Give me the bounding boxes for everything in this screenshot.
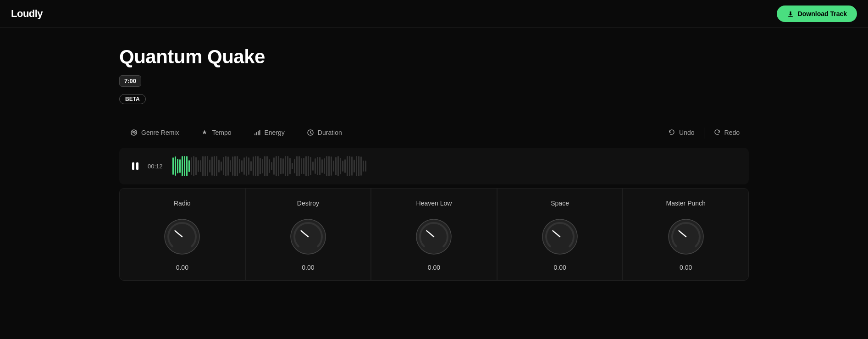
waveform-bar[interactable] xyxy=(227,156,229,176)
waveform-bar[interactable] xyxy=(308,156,309,176)
waveform-bar[interactable] xyxy=(218,160,220,172)
waveform-bar[interactable] xyxy=(305,156,307,176)
waveform-bar[interactable] xyxy=(188,160,190,172)
waveform-bar[interactable] xyxy=(310,157,311,175)
waveform-bar[interactable] xyxy=(207,156,208,176)
waveform-bar[interactable] xyxy=(289,158,291,174)
waveform-bar[interactable] xyxy=(299,156,300,176)
waveform-bar[interactable] xyxy=(184,156,185,176)
waveform-bar[interactable] xyxy=(193,156,194,176)
waveform-bar[interactable] xyxy=(285,156,286,176)
waveform-bar[interactable] xyxy=(214,156,215,176)
waveform-bar[interactable] xyxy=(257,156,259,176)
waveform-bar[interactable] xyxy=(248,157,249,174)
waveform-bar[interactable] xyxy=(209,160,210,172)
waveform-bar[interactable] xyxy=(328,156,330,176)
waveform-bar[interactable] xyxy=(354,160,355,172)
waveform-bar[interactable] xyxy=(337,156,339,176)
waveform-bar[interactable] xyxy=(351,156,353,176)
knob-control[interactable] xyxy=(665,216,707,257)
waveform-bar[interactable] xyxy=(292,163,293,169)
waveform-bar[interactable] xyxy=(241,160,243,172)
waveform-bar[interactable] xyxy=(216,156,217,176)
waveform-bar[interactable] xyxy=(250,161,252,172)
waveform-bar[interactable] xyxy=(317,157,318,175)
waveform-bar[interactable] xyxy=(312,161,314,171)
waveform-bar[interactable] xyxy=(358,156,359,176)
waveform-bar[interactable] xyxy=(225,156,227,176)
waveform-bar[interactable] xyxy=(230,160,231,172)
waveform-bar[interactable] xyxy=(282,158,284,174)
waveform-bar[interactable] xyxy=(340,158,341,175)
waveform-bar[interactable] xyxy=(363,161,364,171)
waveform-bar[interactable] xyxy=(269,159,270,173)
waveform-bar[interactable] xyxy=(315,158,316,174)
waveform-bar[interactable] xyxy=(191,157,192,175)
genre-remix-tab[interactable]: Genre Remix xyxy=(119,124,190,142)
waveform-bar[interactable] xyxy=(253,156,254,176)
waveform-bar[interactable] xyxy=(287,156,288,176)
waveform-bar[interactable] xyxy=(342,161,343,171)
waveform-bar[interactable] xyxy=(324,158,325,174)
waveform-bar[interactable] xyxy=(333,161,334,172)
waveform-bar[interactable] xyxy=(360,156,362,176)
waveform-bar[interactable] xyxy=(335,157,337,175)
svg-rect-8 xyxy=(132,162,134,170)
waveform-bar[interactable] xyxy=(294,159,295,174)
waveform-bar[interactable] xyxy=(175,156,176,176)
waveform-bar[interactable] xyxy=(349,156,350,176)
waveform-bar[interactable] xyxy=(319,157,321,176)
waveform-bar[interactable] xyxy=(202,156,204,176)
waveform-bar[interactable] xyxy=(276,156,277,176)
waveform-bar[interactable] xyxy=(356,156,357,176)
waveform-bar[interactable] xyxy=(179,159,181,173)
waveform-bar[interactable] xyxy=(198,160,199,172)
waveform-bar[interactable] xyxy=(232,156,233,176)
waveform-bar[interactable] xyxy=(177,159,178,173)
waveform-bar[interactable] xyxy=(223,157,224,175)
waveform-bar[interactable] xyxy=(278,156,279,176)
download-track-button[interactable]: Download Track xyxy=(777,6,857,22)
waveform[interactable] xyxy=(172,155,738,177)
waveform-bar[interactable] xyxy=(301,158,302,174)
waveform-bar[interactable] xyxy=(321,159,323,172)
waveform-bar[interactable] xyxy=(365,161,366,172)
knob-control[interactable] xyxy=(539,216,581,257)
redo-button[interactable]: Redo xyxy=(704,124,749,142)
waveform-bar[interactable] xyxy=(344,159,346,173)
waveform-bar[interactable] xyxy=(280,158,282,174)
pause-button[interactable] xyxy=(130,161,140,171)
waveform-bar[interactable] xyxy=(234,156,236,176)
knob-control[interactable] xyxy=(287,216,329,257)
waveform-bar[interactable] xyxy=(221,161,222,171)
waveform-bar[interactable] xyxy=(303,158,304,174)
waveform-bar[interactable] xyxy=(264,156,265,176)
waveform-bar[interactable] xyxy=(260,158,261,174)
waveform-bar[interactable] xyxy=(262,159,263,173)
knob-control[interactable] xyxy=(161,216,203,257)
waveform-bar[interactable] xyxy=(347,156,348,176)
duration-tab[interactable]: Duration xyxy=(296,124,353,142)
waveform-bar[interactable] xyxy=(205,156,206,176)
waveform-bar[interactable] xyxy=(237,156,238,176)
waveform-bar[interactable] xyxy=(195,157,197,175)
waveform-bar[interactable] xyxy=(243,157,245,174)
waveform-bar[interactable] xyxy=(273,157,275,175)
waveform-bar[interactable] xyxy=(246,156,247,176)
undo-button[interactable]: Undo xyxy=(659,124,703,142)
waveform-bar[interactable] xyxy=(200,160,201,172)
waveform-bar[interactable] xyxy=(172,157,174,175)
knob-control[interactable] xyxy=(413,216,454,257)
waveform-bar[interactable] xyxy=(296,156,298,176)
waveform-bar[interactable] xyxy=(255,156,256,176)
energy-tab[interactable]: Energy xyxy=(243,124,296,142)
waveform-bar[interactable] xyxy=(331,156,332,176)
waveform-bar[interactable] xyxy=(266,156,268,176)
waveform-bar[interactable] xyxy=(239,159,240,173)
waveform-bar[interactable] xyxy=(211,156,213,176)
waveform-bar[interactable] xyxy=(271,162,272,170)
waveform-bar[interactable] xyxy=(186,156,188,176)
waveform-bar[interactable] xyxy=(326,156,327,176)
waveform-bar[interactable] xyxy=(182,156,183,176)
tempo-tab[interactable]: Tempo xyxy=(190,124,242,142)
